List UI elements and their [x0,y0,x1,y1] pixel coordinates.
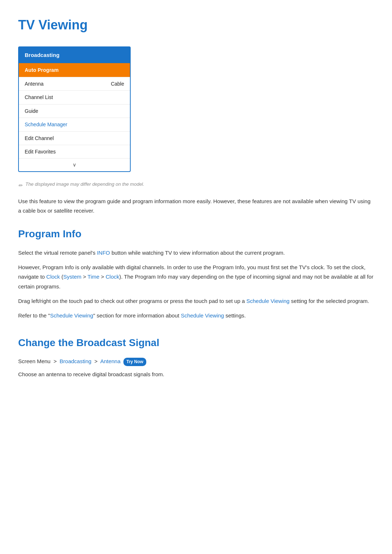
clock2-link[interactable]: Clock [106,274,119,280]
disclaimer-text: The displayed image may differ depending… [25,181,144,188]
menu-item-edit-channel[interactable]: Edit Channel [19,131,130,145]
section-broadcast-signal-title: Change the Broadcast Signal [18,335,374,351]
program-info-para-1: Select the virtual remote panel's INFO b… [18,248,374,258]
menu-item-antenna[interactable]: Antenna Cable [19,77,130,90]
menu-item-channel-list-label: Channel List [25,93,53,101]
menu-item-channel-list[interactable]: Channel List [19,90,130,104]
schedule-viewing-link-3[interactable]: Schedule Viewing [181,312,224,319]
disclaimer-row: ✏ The displayed image may differ dependi… [18,181,374,189]
breadcrumb-arrow-1: > [53,358,57,364]
menu-item-edit-channel-label: Edit Channel [25,134,54,142]
section-program-info-title: Program Info [18,226,374,242]
menu-chevron-icon: ∨ [19,158,130,171]
menu-item-schedule-manager-label: Schedule Manager [25,120,68,128]
menu-item-auto-program[interactable]: Auto Program [19,63,130,77]
section-program-info: Program Info Select the virtual remote p… [18,226,374,320]
menu-item-guide[interactable]: Guide [19,104,130,118]
breadcrumb-antenna-link[interactable]: Antenna [100,358,121,364]
program-info-para-4: Refer to the "Schedule Viewing" section … [18,311,374,320]
pencil-icon: ✏ [18,181,23,189]
menu-item-guide-label: Guide [25,107,38,115]
breadcrumb-broadcasting-link[interactable]: Broadcasting [60,358,91,364]
info-link[interactable]: INFO [97,250,110,256]
menu-item-schedule-manager[interactable]: Schedule Manager [19,118,130,131]
breadcrumb-screen-menu: Screen Menu [18,358,50,364]
intro-text: Use this feature to view the program gui… [18,197,374,215]
schedule-viewing-link-2[interactable]: Schedule Viewing [50,312,93,319]
broadcast-signal-para: Choose an antenna to receive digital bro… [18,370,374,379]
system-link[interactable]: System [63,274,81,280]
menu-item-antenna-value: Cable [111,80,124,88]
menu-item-edit-favorites-label: Edit Favorites [25,148,56,156]
clock-link[interactable]: Clock [46,274,60,280]
section-broadcast-signal: Change the Broadcast Signal Screen Menu … [18,335,374,379]
try-now-badge[interactable]: Try Now [123,358,146,366]
program-info-para-2: However, Program Info is only available … [18,263,374,291]
breadcrumb-line: Screen Menu > Broadcasting > Antenna Try… [18,357,374,366]
program-info-para-3: Drag left/right on the touch pad to chec… [18,296,374,306]
time-link[interactable]: Time [87,274,99,280]
page-title: TV Viewing [18,15,374,36]
broadcasting-menu-panel: Broadcasting Auto Program Antenna Cable … [18,46,131,172]
menu-item-edit-favorites[interactable]: Edit Favorites [19,145,130,158]
breadcrumb-arrow-2: > [94,358,98,364]
menu-header: Broadcasting [19,47,130,63]
schedule-viewing-link-1[interactable]: Schedule Viewing [246,298,290,304]
menu-item-antenna-label: Antenna [25,80,44,88]
